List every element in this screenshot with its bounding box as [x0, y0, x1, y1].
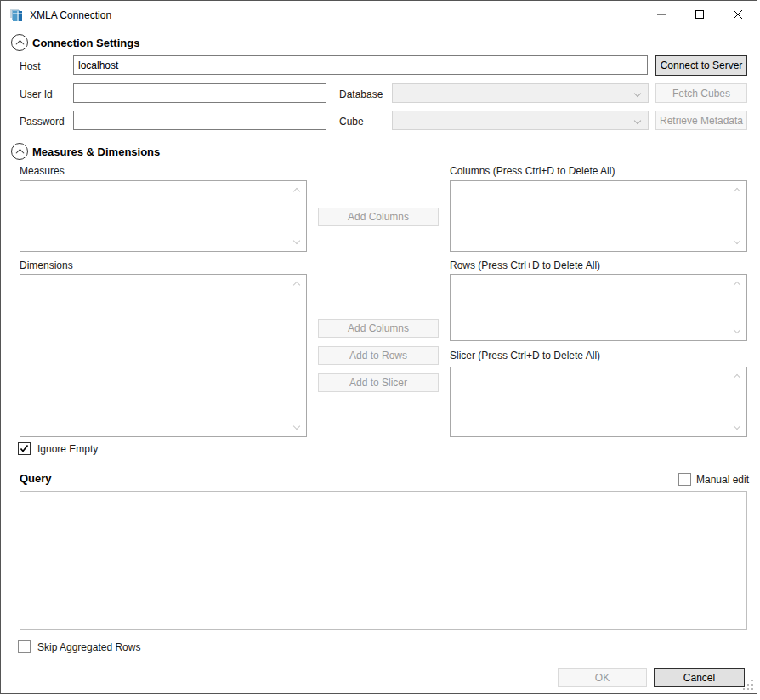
- resize-grip-icon[interactable]: [743, 680, 754, 691]
- measures-dimensions-expander[interactable]: [11, 143, 28, 160]
- scroll-down-icon[interactable]: [734, 423, 740, 430]
- measures-listbox[interactable]: [20, 180, 307, 252]
- xmla-connection-dialog: XMLA Connection Connection Settings Host…: [0, 0, 757, 694]
- chevron-down-icon: [634, 90, 641, 97]
- add-columns-measures-button[interactable]: Add Columns: [318, 208, 439, 226]
- query-textarea[interactable]: [20, 491, 747, 630]
- query-label: Query: [20, 472, 52, 485]
- ok-button[interactable]: OK: [558, 668, 647, 687]
- scroll-up-icon[interactable]: [734, 374, 740, 381]
- retrieve-metadata-button[interactable]: Retrieve Metadata: [655, 111, 747, 130]
- slicer-listbox[interactable]: [450, 367, 747, 437]
- ignore-empty-checkbox[interactable]: [18, 442, 31, 455]
- scroll-up-icon[interactable]: [293, 188, 300, 195]
- add-to-slicer-label: Add to Slicer: [349, 377, 407, 389]
- columns-label: Columns (Press Ctrl+D to Delete All): [450, 165, 615, 177]
- retrieve-metadata-label: Retrieve Metadata: [660, 115, 743, 127]
- maximize-button[interactable]: [680, 1, 718, 28]
- measures-dimensions-title: Measures & Dimensions: [32, 145, 160, 158]
- cube-dropdown[interactable]: [392, 111, 649, 130]
- add-to-rows-button[interactable]: Add to Rows: [318, 346, 439, 365]
- user-id-input[interactable]: [73, 83, 326, 103]
- window-title: XMLA Connection: [30, 9, 111, 21]
- ok-label: OK: [595, 672, 610, 684]
- rows-label: Rows (Press Ctrl+D to Delete All): [450, 259, 600, 271]
- add-columns-dimensions-label: Add Columns: [348, 322, 409, 334]
- skip-aggregated-rows-label: Skip Aggregated Rows: [37, 641, 140, 653]
- cancel-button[interactable]: Cancel: [654, 668, 745, 687]
- chevron-up-icon: [15, 148, 24, 157]
- connect-to-server-button[interactable]: Connect to Server: [655, 55, 747, 76]
- fetch-cubes-label: Fetch Cubes: [672, 88, 730, 100]
- manual-edit-label: Manual edit: [696, 474, 749, 486]
- connection-settings-title: Connection Settings: [32, 37, 139, 49]
- columns-listbox[interactable]: [450, 180, 747, 252]
- cube-label: Cube: [339, 116, 364, 128]
- slicer-label: Slicer (Press Ctrl+D to Delete All): [450, 350, 600, 361]
- skip-aggregated-rows-checkbox[interactable]: [18, 640, 31, 653]
- password-label: Password: [20, 116, 65, 128]
- manual-edit-checkbox[interactable]: [678, 473, 691, 486]
- chevron-down-icon: [634, 117, 641, 124]
- titlebar[interactable]: XMLA Connection: [1, 1, 757, 30]
- checkmark-icon: [20, 444, 29, 453]
- add-to-slicer-button[interactable]: Add to Slicer: [318, 373, 439, 392]
- scroll-down-icon[interactable]: [734, 327, 740, 333]
- dimensions-listbox[interactable]: [20, 274, 307, 437]
- add-columns-dimensions-button[interactable]: Add Columns: [318, 319, 439, 338]
- database-label: Database: [339, 88, 383, 100]
- measures-label: Measures: [20, 165, 65, 177]
- host-label: Host: [20, 60, 41, 72]
- dimensions-label: Dimensions: [20, 259, 73, 271]
- fetch-cubes-button[interactable]: Fetch Cubes: [655, 83, 747, 103]
- user-id-label: User Id: [20, 88, 53, 100]
- password-input[interactable]: [73, 111, 326, 130]
- add-to-rows-label: Add to Rows: [349, 350, 407, 361]
- close-button[interactable]: [718, 1, 757, 28]
- scroll-up-icon[interactable]: [734, 188, 740, 195]
- minimize-button[interactable]: [642, 1, 680, 28]
- scroll-up-icon[interactable]: [293, 282, 300, 288]
- host-input[interactable]: [73, 55, 648, 75]
- scroll-down-icon[interactable]: [293, 423, 300, 430]
- window-controls: [642, 1, 757, 28]
- scroll-up-icon[interactable]: [734, 282, 740, 288]
- add-columns-measures-label: Add Columns: [348, 211, 409, 223]
- scroll-down-icon[interactable]: [293, 237, 300, 244]
- connection-settings-expander[interactable]: [11, 34, 28, 51]
- ignore-empty-label: Ignore Empty: [37, 443, 98, 455]
- chevron-up-icon: [15, 39, 24, 48]
- connect-to-server-label: Connect to Server: [661, 60, 743, 71]
- scroll-down-icon[interactable]: [734, 237, 740, 244]
- cancel-label: Cancel: [683, 672, 715, 684]
- database-dropdown[interactable]: [392, 83, 649, 103]
- app-icon: [9, 9, 23, 22]
- rows-listbox[interactable]: [450, 274, 747, 341]
